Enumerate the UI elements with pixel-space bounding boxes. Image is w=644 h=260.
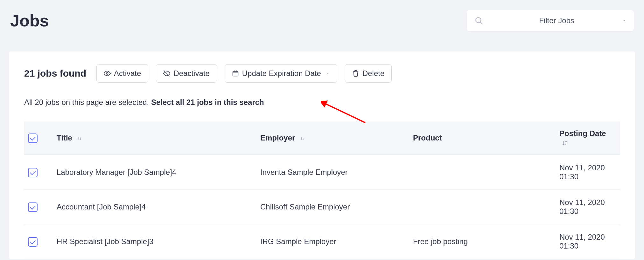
table-row: Laboratory Manager [Job Sample]4Inventa … <box>24 155 620 190</box>
row-checkbox[interactable] <box>28 168 38 177</box>
chevron-down-icon <box>326 69 330 78</box>
svg-point-2 <box>106 72 108 74</box>
row-title[interactable]: HR Specialist [Job Sample]3 <box>53 224 256 259</box>
row-product <box>409 155 556 190</box>
svg-line-1 <box>480 22 482 24</box>
header-posting-date-label: Posting Date <box>559 129 606 138</box>
card-toolbar: 21 jobs found Activate Deactivate Update… <box>9 64 635 83</box>
header-title[interactable]: Title <box>53 121 256 155</box>
search-button[interactable] <box>472 16 485 25</box>
select-all-checkbox[interactable] <box>28 133 38 143</box>
header-product[interactable]: Product <box>409 121 556 155</box>
row-posting-date: Nov 11, 2020 01:30 <box>556 224 620 259</box>
svg-line-8 <box>324 103 365 123</box>
row-checkbox-cell <box>24 190 53 224</box>
row-title[interactable]: Accountant [Job Sample]4 <box>53 190 256 224</box>
row-checkbox[interactable] <box>28 202 38 212</box>
table-row: Accountant [Job Sample]4Chilisoft Sample… <box>24 190 620 224</box>
header-posting-date[interactable]: Posting Date <box>556 121 620 155</box>
jobs-table: Title Employer Product Posting Date <box>24 121 620 259</box>
update-expiration-button[interactable]: Update Expiration Date <box>225 64 337 83</box>
row-title[interactable]: Laboratory Manager [Job Sample]4 <box>53 155 256 190</box>
row-employer: IRG Sample Employer <box>256 224 409 259</box>
activate-label: Activate <box>114 69 141 78</box>
row-product: Free job posting <box>409 224 556 259</box>
activate-button[interactable]: Activate <box>96 64 148 83</box>
deactivate-label: Deactivate <box>173 69 209 78</box>
header-checkbox-cell <box>24 121 53 155</box>
row-checkbox-cell <box>24 224 53 259</box>
page-header: Jobs Filter Jobs <box>0 0 644 39</box>
row-employer: Inventa Sample Employer <box>256 155 409 190</box>
row-product <box>409 190 556 224</box>
row-posting-date: Nov 11, 2020 01:30 <box>556 190 620 224</box>
selection-prefix: All 20 jobs on this page are selected. <box>24 98 151 106</box>
header-title-label: Title <box>57 133 72 142</box>
selection-message: All 20 jobs on this page are selected. S… <box>9 83 635 107</box>
row-checkbox[interactable] <box>28 237 38 247</box>
header-product-label: Product <box>413 133 442 142</box>
deactivate-button[interactable]: Deactivate <box>156 64 217 83</box>
header-employer-label: Employer <box>260 133 295 142</box>
sort-icon <box>77 136 82 141</box>
filter-jobs-dropdown[interactable]: Filter Jobs <box>485 16 628 25</box>
row-employer: Chilisoft Sample Employer <box>256 190 409 224</box>
select-all-link[interactable]: Select all 21 jobs in this search <box>151 98 264 106</box>
eye-off-icon <box>163 70 170 77</box>
trash-icon <box>352 70 359 77</box>
sort-icon <box>300 136 305 141</box>
jobs-found-count: 21 jobs found <box>24 68 86 79</box>
row-posting-date: Nov 11, 2020 01:30 <box>556 155 620 190</box>
delete-label: Delete <box>362 69 384 78</box>
filter-jobs-label: Filter Jobs <box>539 16 574 25</box>
page-title: Jobs <box>10 11 49 30</box>
header-employer[interactable]: Employer <box>256 121 409 155</box>
chevron-down-icon <box>622 18 627 23</box>
sort-desc-icon <box>562 140 568 146</box>
update-expiration-label: Update Expiration Date <box>242 69 321 78</box>
table-row: HR Specialist [Job Sample]3IRG Sample Em… <box>24 224 620 259</box>
jobs-card: 21 jobs found Activate Deactivate Update… <box>9 51 635 259</box>
calendar-icon <box>232 70 239 77</box>
svg-rect-4 <box>233 72 238 76</box>
table-header-row: Title Employer Product Posting Date <box>24 121 620 155</box>
eye-icon <box>104 70 111 77</box>
delete-button[interactable]: Delete <box>345 64 392 83</box>
row-checkbox-cell <box>24 155 53 190</box>
jobs-table-wrap: Title Employer Product Posting Date <box>9 121 635 259</box>
header-controls: Filter Jobs <box>467 10 634 31</box>
search-icon <box>474 16 483 25</box>
